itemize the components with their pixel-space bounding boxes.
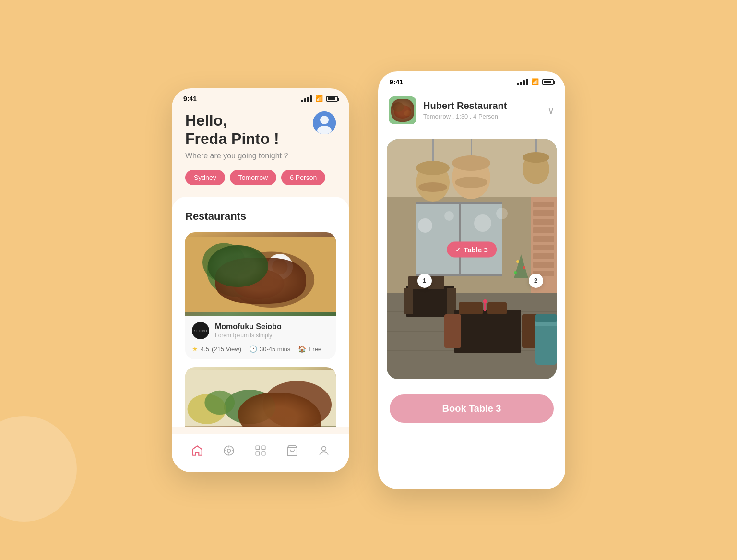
phone-2-header: Hubert Restaurant Tomorrow . 1:30 . 4 Pe… (378, 90, 565, 131)
wifi-icon: 📶 (315, 95, 323, 102)
svg-rect-80 (535, 314, 557, 322)
check-icon: ✓ (455, 246, 461, 253)
rating: ★ 4.5 (215 View) (192, 345, 241, 353)
status-icons-2: 📶 (517, 78, 554, 85)
battery-icon-2 (542, 79, 554, 85)
delivery-meta: 🏠 Free (298, 345, 321, 353)
restaurant-card-2[interactable] (185, 367, 336, 427)
restaurant-info-1: SEIOBO Momofuku Seiobo Lorem Ipsum is si… (185, 316, 336, 343)
chevron-down-icon[interactable]: ∨ (547, 105, 555, 116)
svg-point-27 (322, 446, 326, 451)
time-1: 9:41 (183, 95, 197, 103)
signal-icon-2 (517, 79, 528, 85)
clock-icon: 🕐 (249, 345, 257, 353)
svg-point-29 (394, 105, 411, 119)
battery-icon (326, 96, 338, 102)
svg-point-9 (272, 259, 287, 274)
nav-cart[interactable] (282, 440, 303, 461)
svg-rect-24 (256, 452, 260, 455)
svg-point-6 (202, 243, 246, 282)
home-delivery-icon: 🏠 (298, 345, 306, 353)
svg-point-12 (262, 381, 332, 427)
svg-point-68 (523, 152, 549, 163)
svg-rect-23 (262, 446, 265, 450)
svg-point-17 (227, 449, 231, 453)
svg-point-83 (483, 299, 487, 303)
svg-point-40 (418, 218, 432, 233)
svg-rect-46 (533, 210, 554, 216)
svg-point-5 (207, 245, 267, 297)
svg-rect-45 (533, 202, 554, 207)
svg-point-1 (320, 116, 329, 124)
svg-point-65 (455, 177, 487, 188)
svg-rect-82 (484, 302, 486, 311)
selected-table-badge[interactable]: ✓ Table 3 (447, 241, 497, 257)
phone-2: 9:41 📶 (378, 71, 565, 489)
status-bar-2: 9:41 📶 (378, 71, 565, 90)
svg-point-87 (514, 271, 517, 274)
nav-home[interactable] (187, 440, 208, 461)
svg-point-86 (523, 266, 525, 269)
nav-explore[interactable] (218, 440, 239, 461)
greeting-hello: Hello, Freda Pinto ! (185, 111, 288, 148)
nav-grid[interactable] (250, 440, 271, 461)
svg-point-43 (496, 208, 508, 219)
restaurant-card-image-2 (185, 367, 336, 427)
filter-chips: Sydney Tomorrow 6 Person (172, 170, 349, 197)
svg-point-32 (404, 110, 412, 116)
filter-tomorrow[interactable]: Tomorrow (230, 170, 276, 185)
nav-profile[interactable] (313, 440, 334, 461)
restaurant-card-1[interactable]: SEIOBO Momofuku Seiobo Lorem Ipsum is si… (185, 232, 336, 359)
signal-icon (301, 95, 312, 102)
svg-rect-25 (262, 452, 265, 455)
status-icons-1: 📶 (301, 95, 338, 102)
restaurant-name-1: Momofuku Seiobo (215, 322, 282, 331)
avatar[interactable] (313, 111, 336, 134)
restaurant-logo-1: SEIOBO (192, 322, 209, 339)
svg-point-10 (233, 269, 285, 299)
star-icon: ★ (192, 345, 198, 353)
svg-rect-48 (533, 227, 554, 233)
greeting-subtitle: Where are you going tonight ? (185, 152, 288, 160)
svg-rect-74 (454, 310, 521, 353)
svg-rect-22 (256, 446, 260, 450)
svg-point-61 (418, 182, 447, 192)
phone-1: 9:41 📶 Hello, Freda Pinto ! (172, 88, 349, 472)
time-meta: 🕐 30-45 mins (249, 345, 290, 353)
svg-rect-81 (535, 322, 557, 326)
filter-sydney[interactable]: Sydney (185, 170, 225, 185)
svg-point-30 (392, 102, 404, 112)
wifi-icon-2: 📶 (531, 78, 539, 85)
filter-person[interactable]: 6 Person (281, 170, 325, 185)
svg-rect-51 (533, 253, 554, 259)
svg-rect-72 (404, 288, 413, 314)
bottom-nav (172, 434, 349, 472)
svg-rect-52 (533, 262, 554, 268)
restaurant-photo: ✓ Table 3 1 2 (387, 139, 557, 379)
svg-point-15 (204, 391, 235, 415)
section-title: Restaurants (185, 210, 336, 223)
svg-point-85 (516, 260, 519, 263)
phones-container: 9:41 📶 Hello, Freda Pinto ! (172, 71, 565, 489)
restaurant-list-section: Restaurants (172, 197, 349, 427)
restaurant-header-name: Hubert Restaurant (423, 100, 541, 111)
svg-rect-47 (533, 219, 554, 225)
svg-rect-50 (533, 245, 554, 250)
restaurant-header-info: Hubert Restaurant Tomorrow . 1:30 . 4 Pe… (423, 100, 541, 120)
svg-rect-28 (389, 96, 416, 124)
svg-rect-39 (459, 202, 461, 276)
table-1-badge[interactable]: 1 (417, 274, 432, 288)
table-2-badge[interactable]: 2 (529, 274, 543, 288)
svg-rect-49 (533, 236, 554, 242)
restaurant-thumb (389, 96, 416, 124)
restaurant-card-image-1 (185, 232, 336, 316)
booking-details: Tomorrow . 1:30 . 4 Person (423, 113, 541, 120)
restaurant-desc-1: Lorem Ipsum is simply (215, 332, 282, 339)
svg-rect-75 (444, 314, 461, 348)
phone-1-header: Hello, Freda Pinto ! Where are you going… (172, 107, 349, 170)
bg-decoration (0, 416, 77, 522)
book-table-button[interactable]: Book Table 3 (390, 394, 554, 423)
selected-table-label: Table 3 (464, 245, 488, 253)
svg-point-64 (452, 155, 490, 171)
status-bar-1: 9:41 📶 (172, 88, 349, 107)
